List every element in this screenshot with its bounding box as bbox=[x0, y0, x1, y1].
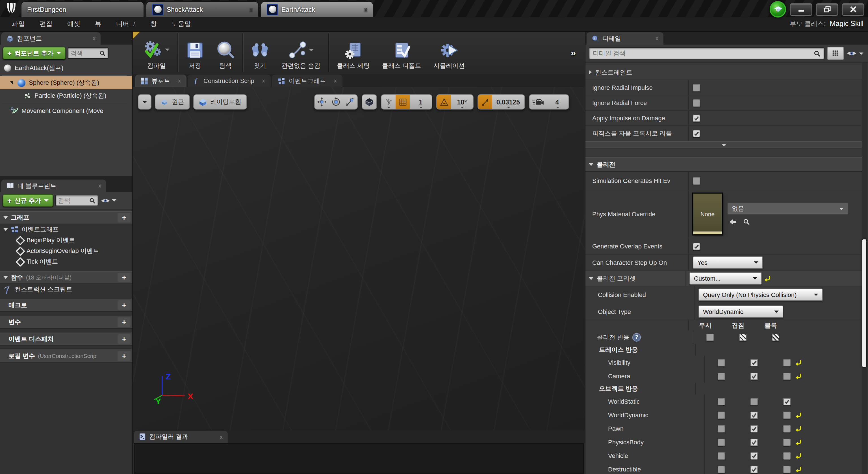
restore-button[interactable] bbox=[816, 3, 838, 15]
checkbox-off[interactable] bbox=[783, 425, 790, 432]
add-button[interactable]: + bbox=[118, 213, 130, 223]
checkbox-off[interactable] bbox=[717, 398, 725, 405]
tab-my-blueprint[interactable]: 내 블루프린트 x bbox=[1, 179, 106, 192]
menu-file[interactable]: 파일 bbox=[4, 20, 32, 28]
checkbox-on[interactable] bbox=[750, 452, 757, 459]
collision-preset-select[interactable]: Custom... bbox=[689, 272, 762, 284]
section-header-로컬 변수[interactable]: 로컬 변수(UserConstructionScrip+ bbox=[0, 349, 132, 363]
close-icon[interactable]: x bbox=[249, 6, 253, 12]
save-button[interactable]: 저장 bbox=[180, 32, 210, 74]
add-component-button[interactable]: + 컴포넌트 추가 bbox=[3, 47, 65, 59]
scrollbar-thumb[interactable] bbox=[862, 239, 866, 367]
checkbox-on[interactable] bbox=[693, 242, 700, 250]
perspective-button[interactable]: 원근 bbox=[155, 94, 190, 109]
add-button[interactable]: + bbox=[118, 334, 130, 344]
reset-to-default-icon[interactable] bbox=[795, 425, 801, 432]
checkbox-mixed[interactable] bbox=[739, 333, 746, 341]
add-button[interactable]: + bbox=[118, 351, 130, 361]
add-new-button[interactable]: + 신규 추가 bbox=[3, 194, 53, 207]
close-button[interactable] bbox=[842, 3, 864, 15]
blueprint-item[interactable]: 이벤트그래프 bbox=[0, 224, 132, 235]
components-search-input[interactable]: 검색 bbox=[67, 47, 108, 59]
section-header-그래프[interactable]: 그래프+ bbox=[0, 211, 132, 224]
checkbox-off[interactable] bbox=[717, 411, 725, 419]
details-scrollbar[interactable] bbox=[862, 63, 867, 474]
checkbox-off[interactable] bbox=[693, 177, 700, 184]
close-icon[interactable]: x bbox=[655, 36, 658, 41]
reset-to-default-icon[interactable] bbox=[764, 275, 770, 282]
close-icon[interactable]: x bbox=[93, 36, 95, 41]
find-button[interactable]: 찾기 bbox=[245, 32, 275, 74]
tab-compiler-results[interactable]: 컴파일러 결과 x bbox=[134, 431, 228, 443]
add-button[interactable]: + bbox=[118, 317, 130, 327]
editor-tab-뷰포트[interactable]: 뷰포트x bbox=[135, 74, 186, 87]
checkbox-off[interactable] bbox=[783, 411, 790, 419]
property-matrix-button[interactable] bbox=[827, 47, 844, 60]
editor-tab-construction-scrip[interactable]: fConstruction Scripx bbox=[188, 74, 271, 87]
parent-class-link[interactable]: Magic Skill bbox=[830, 20, 864, 28]
checkbox-off[interactable] bbox=[717, 425, 725, 432]
reset-to-default-icon[interactable] bbox=[795, 466, 801, 473]
blueprint-item[interactable]: ActorBeginOverlap 이벤트 bbox=[0, 246, 132, 256]
rotate-tool-button[interactable] bbox=[329, 95, 343, 109]
minimize-button[interactable] bbox=[790, 3, 812, 15]
lit-mode-button[interactable]: 라이팅포함 bbox=[193, 94, 247, 109]
grid-snap-toggle[interactable] bbox=[396, 95, 410, 109]
checkbox-mixed[interactable] bbox=[772, 333, 779, 341]
component-row[interactable]: Movement Component (Move bbox=[0, 104, 132, 117]
expander-icon[interactable] bbox=[589, 70, 592, 74]
scale-snap-toggle[interactable] bbox=[478, 95, 493, 109]
doc-tab-firstdungeon[interactable]: FirstDungeon bbox=[21, 1, 144, 17]
menu-edit[interactable]: 편집 bbox=[32, 20, 60, 28]
hide-button[interactable]: 관련없음 숨김 bbox=[275, 32, 327, 74]
checkbox-off[interactable] bbox=[717, 466, 725, 473]
menu-asset[interactable]: 애셋 bbox=[60, 20, 88, 28]
section-header-변수[interactable]: 변수+ bbox=[0, 316, 132, 329]
checkbox-off[interactable] bbox=[693, 99, 700, 106]
menu-help[interactable]: 도움말 bbox=[164, 20, 198, 28]
scale-tool-button[interactable] bbox=[343, 95, 358, 109]
category-collision[interactable]: 콜리전 bbox=[585, 157, 862, 172]
category-expander[interactable] bbox=[585, 141, 862, 149]
close-icon[interactable]: x bbox=[262, 78, 265, 83]
browse-button[interactable]: 탐색 bbox=[210, 32, 241, 74]
reset-to-default-icon[interactable] bbox=[795, 373, 801, 379]
camera-speed-value[interactable]: 4 bbox=[547, 95, 568, 109]
browse-to-asset-icon[interactable] bbox=[743, 218, 750, 225]
checkbox-off[interactable] bbox=[706, 333, 713, 341]
tutorial-icon[interactable] bbox=[770, 1, 786, 18]
close-icon[interactable]: x bbox=[98, 183, 101, 189]
close-icon[interactable]: x bbox=[364, 6, 367, 12]
close-icon[interactable]: x bbox=[334, 78, 337, 83]
expander-icon[interactable] bbox=[589, 163, 593, 166]
checkbox-on[interactable] bbox=[750, 466, 757, 473]
component-row[interactable]: EarthAttack(셀프) bbox=[0, 62, 132, 74]
reset-to-default-icon[interactable] bbox=[795, 359, 801, 366]
checkbox-off[interactable] bbox=[717, 359, 725, 366]
reset-to-default-icon[interactable] bbox=[795, 452, 801, 459]
chevron-down-icon[interactable] bbox=[309, 49, 313, 52]
checkbox-off[interactable] bbox=[717, 438, 725, 446]
chevron-down-icon[interactable] bbox=[165, 48, 169, 51]
details-view-options-button[interactable] bbox=[846, 50, 865, 57]
checkbox-off[interactable] bbox=[717, 452, 725, 459]
checkbox-off[interactable] bbox=[783, 466, 790, 473]
defaults-button[interactable]: 클래스 디폴트 bbox=[376, 32, 427, 74]
checkbox-on[interactable] bbox=[693, 130, 700, 137]
component-row[interactable]: Particle (Particle) (상속됨) bbox=[0, 89, 132, 102]
help-icon[interactable]: ? bbox=[632, 333, 641, 341]
expander-icon[interactable] bbox=[3, 228, 8, 231]
move-tool-button[interactable] bbox=[315, 95, 329, 109]
visibility-filter-button[interactable] bbox=[100, 197, 116, 204]
phys-material-thumbnail[interactable]: None bbox=[693, 193, 722, 235]
doc-tab-shockattack[interactable]: ShockAttackx bbox=[146, 1, 259, 17]
viewport[interactable]: 원근 라이팅포함 bbox=[133, 87, 585, 430]
reset-to-default-icon[interactable] bbox=[795, 439, 801, 445]
checkbox-off[interactable] bbox=[783, 359, 790, 366]
blueprint-item[interactable]: f컨스트럭션 스크립트 bbox=[0, 284, 132, 295]
checkbox-on[interactable] bbox=[750, 359, 757, 366]
expander-icon[interactable] bbox=[589, 277, 593, 280]
checkbox-off[interactable] bbox=[717, 372, 725, 380]
checkbox-on[interactable] bbox=[750, 411, 757, 419]
step-up-select[interactable]: Yes bbox=[693, 256, 763, 269]
